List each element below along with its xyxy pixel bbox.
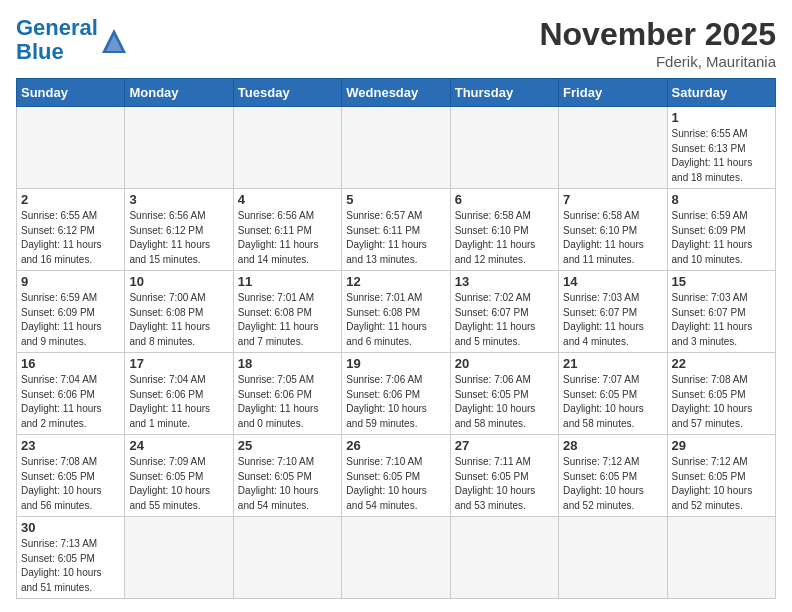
day-info: Sunrise: 7:13 AM Sunset: 6:05 PM Dayligh… bbox=[21, 537, 120, 595]
calendar-cell: 17Sunrise: 7:04 AM Sunset: 6:06 PM Dayli… bbox=[125, 353, 233, 435]
day-number: 7 bbox=[563, 192, 662, 207]
day-info: Sunrise: 7:12 AM Sunset: 6:05 PM Dayligh… bbox=[563, 455, 662, 513]
day-info: Sunrise: 7:04 AM Sunset: 6:06 PM Dayligh… bbox=[129, 373, 228, 431]
day-info: Sunrise: 6:55 AM Sunset: 6:12 PM Dayligh… bbox=[21, 209, 120, 267]
day-info: Sunrise: 7:10 AM Sunset: 6:05 PM Dayligh… bbox=[346, 455, 445, 513]
calendar-cell: 9Sunrise: 6:59 AM Sunset: 6:09 PM Daylig… bbox=[17, 271, 125, 353]
day-info: Sunrise: 7:01 AM Sunset: 6:08 PM Dayligh… bbox=[238, 291, 337, 349]
calendar-cell bbox=[342, 517, 450, 599]
calendar-cell: 3Sunrise: 6:56 AM Sunset: 6:12 PM Daylig… bbox=[125, 189, 233, 271]
calendar-week-row: 2Sunrise: 6:55 AM Sunset: 6:12 PM Daylig… bbox=[17, 189, 776, 271]
calendar-cell: 24Sunrise: 7:09 AM Sunset: 6:05 PM Dayli… bbox=[125, 435, 233, 517]
weekday-header-saturday: Saturday bbox=[667, 79, 775, 107]
day-number: 22 bbox=[672, 356, 771, 371]
day-info: Sunrise: 7:12 AM Sunset: 6:05 PM Dayligh… bbox=[672, 455, 771, 513]
calendar-cell bbox=[667, 517, 775, 599]
day-number: 23 bbox=[21, 438, 120, 453]
calendar-cell: 5Sunrise: 6:57 AM Sunset: 6:11 PM Daylig… bbox=[342, 189, 450, 271]
calendar-cell bbox=[559, 517, 667, 599]
calendar-cell: 25Sunrise: 7:10 AM Sunset: 6:05 PM Dayli… bbox=[233, 435, 341, 517]
calendar-cell bbox=[233, 107, 341, 189]
day-number: 12 bbox=[346, 274, 445, 289]
day-info: Sunrise: 7:08 AM Sunset: 6:05 PM Dayligh… bbox=[21, 455, 120, 513]
calendar-cell: 13Sunrise: 7:02 AM Sunset: 6:07 PM Dayli… bbox=[450, 271, 558, 353]
day-info: Sunrise: 6:59 AM Sunset: 6:09 PM Dayligh… bbox=[672, 209, 771, 267]
calendar-cell: 11Sunrise: 7:01 AM Sunset: 6:08 PM Dayli… bbox=[233, 271, 341, 353]
calendar-cell bbox=[450, 517, 558, 599]
day-info: Sunrise: 6:56 AM Sunset: 6:11 PM Dayligh… bbox=[238, 209, 337, 267]
day-number: 19 bbox=[346, 356, 445, 371]
day-number: 17 bbox=[129, 356, 228, 371]
day-number: 25 bbox=[238, 438, 337, 453]
calendar-cell bbox=[17, 107, 125, 189]
calendar-cell: 16Sunrise: 7:04 AM Sunset: 6:06 PM Dayli… bbox=[17, 353, 125, 435]
day-number: 15 bbox=[672, 274, 771, 289]
weekday-header-wednesday: Wednesday bbox=[342, 79, 450, 107]
calendar-cell: 29Sunrise: 7:12 AM Sunset: 6:05 PM Dayli… bbox=[667, 435, 775, 517]
calendar-cell: 8Sunrise: 6:59 AM Sunset: 6:09 PM Daylig… bbox=[667, 189, 775, 271]
page-header: GeneralBlue November 2025 Fderik, Maurit… bbox=[16, 16, 776, 70]
day-number: 3 bbox=[129, 192, 228, 207]
day-number: 1 bbox=[672, 110, 771, 125]
day-info: Sunrise: 6:59 AM Sunset: 6:09 PM Dayligh… bbox=[21, 291, 120, 349]
calendar-cell: 14Sunrise: 7:03 AM Sunset: 6:07 PM Dayli… bbox=[559, 271, 667, 353]
calendar-cell: 10Sunrise: 7:00 AM Sunset: 6:08 PM Dayli… bbox=[125, 271, 233, 353]
day-number: 18 bbox=[238, 356, 337, 371]
calendar-subtitle: Fderik, Mauritania bbox=[539, 53, 776, 70]
day-number: 2 bbox=[21, 192, 120, 207]
calendar-cell: 27Sunrise: 7:11 AM Sunset: 6:05 PM Dayli… bbox=[450, 435, 558, 517]
weekday-header-friday: Friday bbox=[559, 79, 667, 107]
day-number: 29 bbox=[672, 438, 771, 453]
calendar-cell bbox=[125, 107, 233, 189]
day-info: Sunrise: 7:08 AM Sunset: 6:05 PM Dayligh… bbox=[672, 373, 771, 431]
calendar-cell: 30Sunrise: 7:13 AM Sunset: 6:05 PM Dayli… bbox=[17, 517, 125, 599]
calendar-cell: 21Sunrise: 7:07 AM Sunset: 6:05 PM Dayli… bbox=[559, 353, 667, 435]
day-info: Sunrise: 7:10 AM Sunset: 6:05 PM Dayligh… bbox=[238, 455, 337, 513]
calendar-cell: 2Sunrise: 6:55 AM Sunset: 6:12 PM Daylig… bbox=[17, 189, 125, 271]
day-info: Sunrise: 7:06 AM Sunset: 6:06 PM Dayligh… bbox=[346, 373, 445, 431]
day-number: 27 bbox=[455, 438, 554, 453]
day-info: Sunrise: 6:55 AM Sunset: 6:13 PM Dayligh… bbox=[672, 127, 771, 185]
weekday-header-row: SundayMondayTuesdayWednesdayThursdayFrid… bbox=[17, 79, 776, 107]
calendar-week-row: 23Sunrise: 7:08 AM Sunset: 6:05 PM Dayli… bbox=[17, 435, 776, 517]
day-number: 6 bbox=[455, 192, 554, 207]
calendar-cell bbox=[450, 107, 558, 189]
logo-text: GeneralBlue bbox=[16, 16, 98, 64]
day-number: 5 bbox=[346, 192, 445, 207]
day-info: Sunrise: 7:00 AM Sunset: 6:08 PM Dayligh… bbox=[129, 291, 228, 349]
day-info: Sunrise: 7:06 AM Sunset: 6:05 PM Dayligh… bbox=[455, 373, 554, 431]
day-number: 16 bbox=[21, 356, 120, 371]
calendar-cell: 12Sunrise: 7:01 AM Sunset: 6:08 PM Dayli… bbox=[342, 271, 450, 353]
calendar-cell: 6Sunrise: 6:58 AM Sunset: 6:10 PM Daylig… bbox=[450, 189, 558, 271]
day-number: 21 bbox=[563, 356, 662, 371]
day-info: Sunrise: 6:58 AM Sunset: 6:10 PM Dayligh… bbox=[455, 209, 554, 267]
calendar-week-row: 16Sunrise: 7:04 AM Sunset: 6:06 PM Dayli… bbox=[17, 353, 776, 435]
title-block: November 2025 Fderik, Mauritania bbox=[539, 16, 776, 70]
weekday-header-thursday: Thursday bbox=[450, 79, 558, 107]
calendar-cell: 7Sunrise: 6:58 AM Sunset: 6:10 PM Daylig… bbox=[559, 189, 667, 271]
weekday-header-sunday: Sunday bbox=[17, 79, 125, 107]
day-info: Sunrise: 7:05 AM Sunset: 6:06 PM Dayligh… bbox=[238, 373, 337, 431]
calendar-cell: 26Sunrise: 7:10 AM Sunset: 6:05 PM Dayli… bbox=[342, 435, 450, 517]
day-number: 13 bbox=[455, 274, 554, 289]
calendar-week-row: 9Sunrise: 6:59 AM Sunset: 6:09 PM Daylig… bbox=[17, 271, 776, 353]
calendar-title: November 2025 bbox=[539, 16, 776, 53]
day-info: Sunrise: 6:57 AM Sunset: 6:11 PM Dayligh… bbox=[346, 209, 445, 267]
calendar-cell bbox=[233, 517, 341, 599]
day-info: Sunrise: 7:01 AM Sunset: 6:08 PM Dayligh… bbox=[346, 291, 445, 349]
day-number: 26 bbox=[346, 438, 445, 453]
weekday-header-tuesday: Tuesday bbox=[233, 79, 341, 107]
day-info: Sunrise: 7:07 AM Sunset: 6:05 PM Dayligh… bbox=[563, 373, 662, 431]
day-number: 20 bbox=[455, 356, 554, 371]
calendar-cell: 22Sunrise: 7:08 AM Sunset: 6:05 PM Dayli… bbox=[667, 353, 775, 435]
day-info: Sunrise: 6:58 AM Sunset: 6:10 PM Dayligh… bbox=[563, 209, 662, 267]
calendar-cell bbox=[125, 517, 233, 599]
calendar-cell bbox=[559, 107, 667, 189]
calendar-cell: 28Sunrise: 7:12 AM Sunset: 6:05 PM Dayli… bbox=[559, 435, 667, 517]
day-info: Sunrise: 7:03 AM Sunset: 6:07 PM Dayligh… bbox=[563, 291, 662, 349]
calendar-week-row: 30Sunrise: 7:13 AM Sunset: 6:05 PM Dayli… bbox=[17, 517, 776, 599]
day-number: 9 bbox=[21, 274, 120, 289]
day-info: Sunrise: 7:02 AM Sunset: 6:07 PM Dayligh… bbox=[455, 291, 554, 349]
day-number: 28 bbox=[563, 438, 662, 453]
calendar-cell: 1Sunrise: 6:55 AM Sunset: 6:13 PM Daylig… bbox=[667, 107, 775, 189]
